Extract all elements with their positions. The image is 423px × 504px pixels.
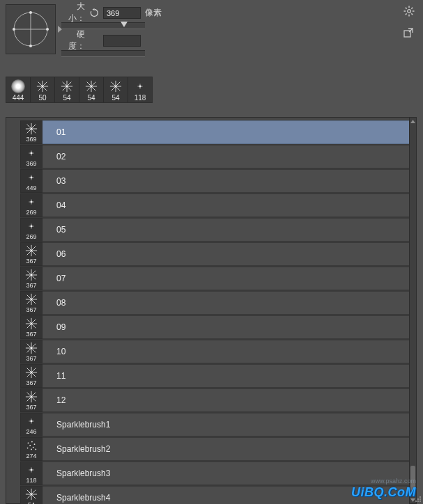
brush-thumb: 118 [20,462,43,485]
size-slider[interactable] [61,22,145,29]
brush-thumb-icon [82,79,100,93]
svg-point-115 [420,498,421,500]
brush-thumb-icon [9,79,27,93]
brush-list-row[interactable]: 369 01 [20,120,413,145]
strip-brush-item[interactable]: 54 [55,77,79,102]
brush-size-label: 367 [26,404,36,411]
svg-point-72 [31,299,33,301]
brush-list-row[interactable]: 367 08 [20,291,413,315]
scroll-up-arrow-icon[interactable] [410,118,416,125]
strip-brush-item[interactable]: 444 [6,77,31,102]
brush-tip-preview[interactable] [6,4,56,54]
svg-point-5 [29,11,32,14]
brush-size-label: 54 [63,94,70,102]
brush-list-row[interactable]: 246 Sparklebrush1 [20,413,413,437]
svg-point-7 [408,10,411,13]
brush-list-row[interactable]: 269 04 [20,194,413,218]
svg-point-4 [46,28,49,31]
brush-thumb-icon [22,487,41,501]
brush-size-label: 367 [26,258,36,265]
brush-picker-panel: 大小： 369 像素 硬度： [0,0,423,504]
brush-name-label: 11 [43,364,413,388]
brush-thumb: 274 [20,437,43,461]
brush-thumb: 367 [20,291,43,315]
brush-thumb-icon [22,341,41,355]
brush-list-row[interactable]: 367 12 [20,388,413,413]
brush-list-scrollbar[interactable] [409,117,417,504]
svg-point-97 [31,441,33,443]
brush-list-row[interactable]: 274 Sparklebrush2 [20,437,413,462]
svg-line-14 [406,13,407,15]
hardness-label: 硬度： [61,29,85,52]
strip-brush-item[interactable]: 118 [128,77,152,102]
brush-size-label: 274 [26,452,36,459]
size-label: 大小： [61,1,85,24]
brush-list-row[interactable]: 269 05 [20,218,413,242]
brush-list-row[interactable]: 449 03 [20,169,413,194]
brush-name-label: 06 [43,242,413,266]
svg-point-32 [91,86,93,88]
svg-point-87 [31,372,33,374]
brush-list-row[interactable]: 367 09 [20,315,413,340]
brush-name-label: Sparklebrush4 [43,486,413,504]
brush-size-label: 369 [26,136,36,143]
brush-list-row[interactable]: 118 Sparklebrush3 [20,462,413,486]
svg-line-15 [411,8,413,9]
brush-thumb: 367 [20,242,43,266]
brush-sliders: 大小： 369 像素 硬度： [61,4,417,61]
svg-point-82 [31,347,33,349]
size-input[interactable]: 369 [103,7,141,19]
brush-thumb-icon [107,79,125,93]
brush-name-label: Sparklebrush3 [43,462,413,485]
svg-point-99 [29,445,31,446]
hardness-input[interactable] [103,35,141,47]
reset-size-icon[interactable] [89,8,99,17]
brush-list-row[interactable]: 367 11 [20,364,413,388]
brush-size-label: 54 [87,94,95,102]
brush-list-row[interactable]: 367 07 [20,267,413,291]
brush-thumb: 367 [20,340,43,363]
strip-brush-item[interactable]: 54 [79,77,104,102]
brush-list-row[interactable]: 54 Sparklebrush4 [20,486,413,504]
brush-thumb-icon [22,439,41,452]
brush-list-row[interactable]: 369 02 [20,145,413,169]
size-unit: 像素 [145,7,162,19]
brush-size-label: 367 [26,379,36,386]
svg-point-101 [33,447,34,448]
popout-icon[interactable] [403,28,415,39]
brush-list-row[interactable]: 367 06 [20,242,413,267]
brush-thumb-icon [22,463,41,477]
strip-brush-item[interactable]: 50 [31,77,55,102]
brush-name-label: 07 [43,267,413,290]
hardness-slider[interactable] [61,50,145,57]
brush-thumb-icon [22,146,41,160]
size-slider-thumb[interactable] [121,22,128,27]
svg-point-67 [31,274,33,276]
brush-name-label: 05 [43,218,413,242]
svg-point-45 [31,128,33,130]
brush-name-label: 02 [43,145,413,168]
brush-settings: 大小： 369 像素 硬度： [6,4,417,64]
brush-thumb: 369 [20,145,43,168]
brush-thumb-icon [22,365,41,379]
scroll-down-arrow-icon[interactable] [410,496,416,503]
brush-name-label: 08 [43,291,413,315]
brush-name-label: 04 [43,194,413,217]
svg-point-77 [31,323,33,325]
brush-thumb-icon [22,122,41,136]
svg-line-12 [406,8,407,9]
brush-thumb-icon [22,414,41,428]
svg-line-13 [411,13,413,15]
svg-point-98 [34,443,36,445]
brush-size-label: 54 [111,94,119,102]
svg-point-3 [13,28,15,31]
svg-point-92 [31,396,33,398]
brush-size-label: 367 [26,331,36,338]
scrollbar-thumb[interactable] [410,466,415,491]
gear-icon[interactable] [403,6,415,17]
brush-list-row[interactable]: 367 10 [20,340,413,364]
brush-thumb-icon [22,244,41,258]
brush-thumb-icon [58,79,76,93]
strip-brush-item[interactable]: 54 [104,77,128,102]
svg-point-6 [29,45,32,47]
